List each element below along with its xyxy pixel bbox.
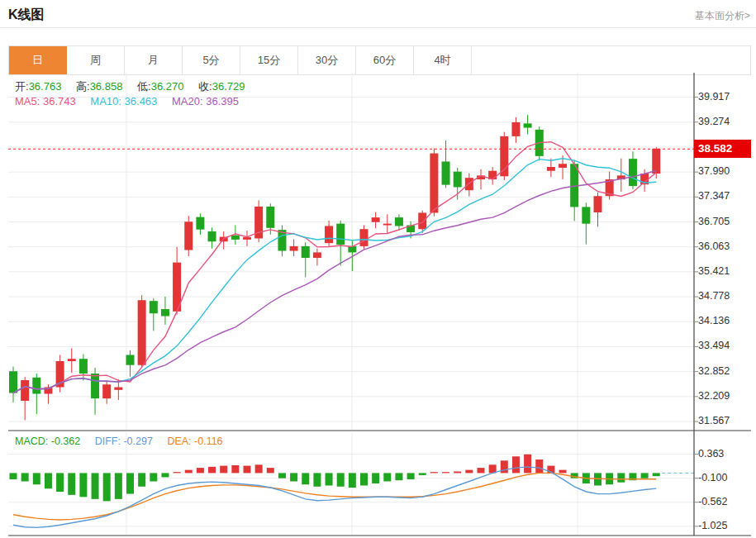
dea-label: DEA: (167, 436, 191, 447)
ohlc-readout: 开:36.763 高:36.858 低:36.270 收:36.729 (15, 79, 245, 94)
ma20-label: MA20: (172, 95, 203, 107)
kline-widget: K线图 基本面分析> 日周月5分15分30分60分4时 39.91739.274… (0, 0, 756, 538)
axis-tick-label: 36.063 (698, 240, 749, 252)
close-label: 收: (198, 80, 212, 93)
axis-tick-label: 39.917 (698, 91, 749, 102)
axis-tick-label: 36.705 (698, 216, 749, 227)
axis-tick-label: 37.990 (698, 165, 749, 177)
axis-tick-label: 32.852 (698, 365, 749, 377)
diff-value: -0.297 (123, 436, 152, 447)
ma10-label: MA10: (90, 95, 121, 107)
low-value: 36.270 (151, 80, 184, 93)
axis-tick-label: 32.209 (698, 390, 749, 402)
ma5-value: 36.743 (43, 95, 76, 107)
ma20-value: 36.395 (206, 95, 239, 107)
axis-tick-label: 31.567 (698, 415, 749, 426)
high-value: 36.858 (90, 80, 123, 93)
axis-tick-label: 39.274 (698, 116, 749, 127)
axis-tick-label: 35.421 (698, 265, 749, 277)
ma10-value: 36.463 (125, 95, 158, 107)
axis-tick-label: 34.136 (698, 315, 749, 326)
high-label: 高: (76, 80, 90, 93)
axis-tick-label: -0.562 (698, 496, 749, 507)
macd-readout: MACD: -0.362 DIFF: -0.297 DEA: -0.116 (15, 436, 223, 447)
ma-readout: MA5: 36.743 MA10: 36.463 MA20: 36.395 (15, 95, 239, 107)
open-label: 开: (15, 80, 29, 93)
open-value: 36.763 (29, 80, 62, 93)
macd-label: MACD: (15, 436, 48, 447)
ma5-label: MA5: (15, 95, 40, 107)
low-label: 低: (137, 80, 151, 93)
axis-tick-label: 34.778 (698, 290, 749, 302)
axis-tick-label: 33.494 (698, 340, 749, 351)
dea-value: -0.116 (194, 436, 223, 447)
axis-tick-label: 37.347 (698, 190, 749, 202)
close-value: 36.729 (212, 80, 245, 93)
current-price-tag: 38.582 (694, 140, 751, 158)
diff-label: DIFF: (95, 436, 121, 447)
axis-tick-label: 0.363 (698, 448, 749, 459)
axis-tick-label: -1.025 (698, 520, 749, 531)
axis-tick-label: -0.100 (698, 472, 749, 483)
macd-value: -0.362 (51, 436, 80, 447)
